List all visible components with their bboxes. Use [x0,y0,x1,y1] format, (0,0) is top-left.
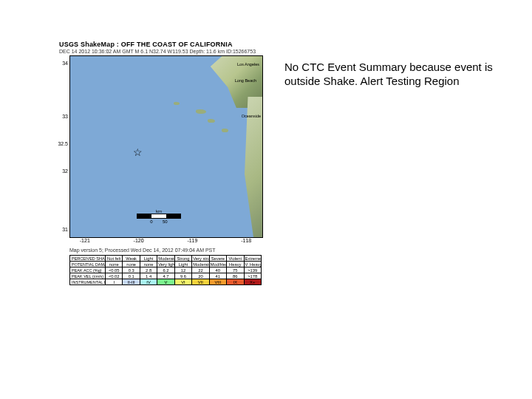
legend-cell: Very strong [192,256,209,262]
legend-cell: 20 [192,273,209,279]
island [222,129,228,132]
legend-cell: IV [140,279,157,285]
legend-cell: VIII [209,279,226,285]
scale-bar: km 0 50 [137,209,181,224]
island [208,119,215,123]
legend-cell: Mod/Heavy [209,262,226,267]
legend-cell: VII [192,279,209,285]
lat-axis: 34 33 32.5 32 31 [59,55,69,238]
legend-cell: >178 [244,273,262,279]
legend-cell: Moderate [192,262,209,267]
legend-cell: II-III [123,279,140,285]
legend-cell: <0.05 [106,267,123,273]
lon-tick: -120 [134,238,144,243]
legend-cell: V [157,279,174,285]
map-title: USGS ShakeMap : OFF THE COAST OF CALIFOR… [59,41,266,48]
map-area: ☆ Los Angeles Long Beach Oceanside km 0 … [69,55,263,238]
legend-cell: Light [140,256,157,262]
legend-cell: Heavy [227,262,244,267]
legend-cell: none [140,262,157,267]
lon-tick: -118 [241,238,251,243]
legend-cell: none [106,262,123,267]
legend-cell: 12 [174,267,191,273]
legend-cell: 86 [227,273,244,279]
legend-cell: >139 [244,267,262,273]
legend-cell: 0.1 [123,273,140,279]
legend-row-header: INSTRUMENTAL INTENSITY [70,279,106,285]
lon-tick: -121 [80,238,90,243]
legend-cell: 9.6 [174,273,191,279]
legend-cell: IX [227,279,244,285]
map-subtitle: DEC 14 2012 10:36:02 AM GMT M 6.1 N32.74… [59,49,266,54]
legend-cell: 75 [227,267,244,273]
legend-row-header: PERCEIVED SHAKING [70,256,106,262]
legend-cell: Strong [174,256,191,262]
legend-cell: Weak [123,256,140,262]
lat-tick: 32.5 [58,140,68,146]
city-label: Los Angeles [237,62,259,66]
legend-cell: 4.7 [157,273,174,279]
legend-cell: 1.4 [140,273,157,279]
legend-row-header: PEAK VEL (cm/s) [70,273,106,279]
city-label: Oceanside [242,114,261,118]
scale-tick: 0 [150,219,152,224]
legend-cell: Not felt [106,256,123,262]
legend-cell: I [106,279,123,285]
legend-cell: Very light [157,262,174,267]
note-line: No CTC Event Summary because event is [284,61,493,73]
legend-cell: Violent [227,256,244,262]
legend-cell: 41 [209,273,226,279]
legend-row-header: POTENTIAL DAMAGE [70,262,106,267]
legend-cell: X+ [244,279,262,285]
intensity-legend: PERCEIVED SHAKINGNot feltWeakLightModera… [69,255,262,285]
legend-cell: 6.2 [157,267,174,273]
legend-cell: 0.3 [123,267,140,273]
legend-cell: 22 [192,267,209,273]
scale-tick: 50 [163,219,168,224]
legend-cell: Light [174,262,191,267]
legend-cell: none [123,262,140,267]
lat-tick: 33 [62,113,68,118]
lat-tick: 32 [62,168,68,173]
legend-cell: Extreme [244,256,262,262]
lon-tick: -119 [187,238,197,243]
lat-tick: 31 [62,226,68,231]
lat-tick: 34 [62,60,68,65]
legend-cell: Moderate [157,256,174,262]
city-label: Long Beach [235,78,256,83]
epicenter-star-icon: ☆ [133,146,143,158]
legend-row-header: PEAK ACC (%g) [70,267,106,273]
legend-cell: V. Heavy [244,262,262,267]
legend-cell: 2.8 [140,267,157,273]
map-caption: Map version 5; Processed Wed Dec 14, 201… [69,248,266,253]
island [196,109,206,114]
note-text: No CTC Event Summary because event is ou… [284,61,506,89]
note-line: outside Shake. Alert Testing Region [284,75,460,87]
legend-cell: Severe [209,256,226,262]
island [174,102,180,105]
legend-cell: <0.02 [106,273,123,279]
lon-axis: -121 -120 -119 -118 [69,238,262,245]
legend-cell: VI [174,279,191,285]
legend-cell: 40 [209,267,226,273]
shakemap-figure: USGS ShakeMap : OFF THE COAST OF CALIFOR… [59,41,266,285]
